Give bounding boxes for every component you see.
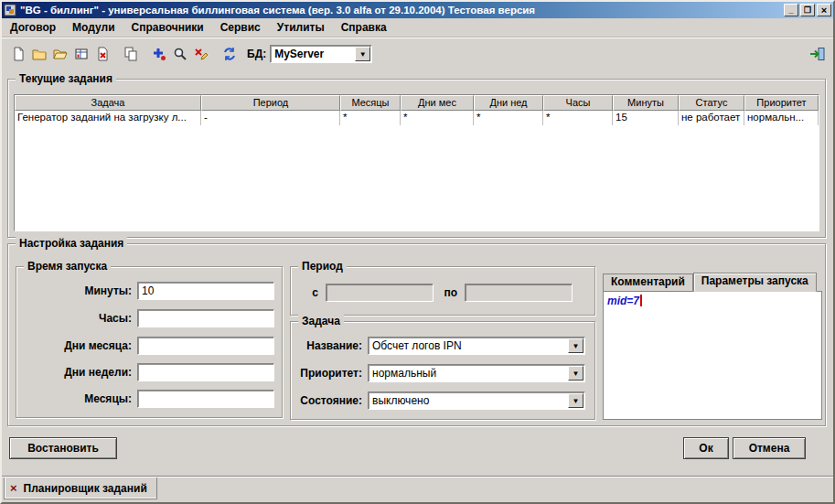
- launch-params-text: mid=7: [607, 295, 639, 307]
- column-header-period[interactable]: Период: [201, 95, 340, 111]
- hours-label: Часы:: [20, 309, 132, 327]
- period-from-label: с: [302, 284, 318, 302]
- maximize-button[interactable]: ❐: [800, 4, 815, 16]
- task-priority-value: нормальный: [369, 367, 568, 380]
- cell-priority: нормальн...: [744, 111, 819, 125]
- ok-button[interactable]: Ок: [683, 437, 729, 459]
- hours-field[interactable]: [137, 309, 274, 327]
- minutes-label: Минуты:: [20, 282, 132, 300]
- tab-comment[interactable]: Комментарий: [603, 273, 693, 291]
- column-header-hours[interactable]: Часы: [543, 95, 613, 111]
- cell-hours: *: [543, 111, 613, 125]
- window-title: "BG - биллинг" - универсальная биллингов…: [20, 5, 782, 16]
- task-state-label: Состояние:: [293, 391, 362, 410]
- db-label: БД:: [247, 48, 266, 60]
- tab-scheduler[interactable]: × Планировщик заданий: [4, 477, 157, 499]
- period-to-field[interactable]: [465, 284, 573, 302]
- text-caret: [640, 295, 642, 306]
- add-icon[interactable]: [148, 44, 169, 64]
- week-days-label: Дни недели:: [20, 363, 132, 381]
- application-window: "BG - биллинг" - универсальная биллингов…: [0, 0, 835, 504]
- db-combobox-value: MyServer: [271, 48, 355, 60]
- column-header-priority[interactable]: Приоритет: [744, 95, 819, 111]
- open-folder-icon[interactable]: [49, 44, 70, 64]
- menu-servis[interactable]: Сервис: [212, 19, 269, 36]
- months-field[interactable]: [137, 390, 274, 408]
- period-title: Период: [298, 260, 347, 273]
- column-header-status[interactable]: Статус: [679, 95, 744, 111]
- delete-document-icon[interactable]: [91, 44, 112, 64]
- delete-edit-icon[interactable]: [190, 44, 211, 64]
- chevron-down-icon[interactable]: ▼: [568, 338, 583, 353]
- task-state-value: выключено: [369, 394, 568, 407]
- launch-time-group: Время запуска Минуты: Часы: Дни месяца: …: [16, 266, 283, 418]
- menu-spravochniki[interactable]: Справочники: [123, 19, 212, 36]
- cell-weekdays: *: [474, 111, 543, 125]
- menu-moduli[interactable]: Модули: [64, 19, 123, 36]
- column-header-weekdays[interactable]: Дни нед: [474, 95, 543, 111]
- task-title: Задача: [298, 315, 344, 327]
- column-header-monthdays[interactable]: Дни мес: [401, 95, 474, 111]
- cell-status: не работает: [679, 111, 744, 125]
- report-table-icon[interactable]: [70, 44, 91, 64]
- close-button[interactable]: ×: [817, 4, 831, 16]
- cell-months: *: [340, 111, 401, 125]
- open-icon[interactable]: [28, 44, 49, 64]
- week-days-field[interactable]: [137, 363, 274, 381]
- table-row[interactable]: Генератор заданий на загрузку л... - * *…: [15, 111, 819, 125]
- close-tab-icon[interactable]: ×: [10, 482, 17, 494]
- restore-button[interactable]: Востановить: [9, 437, 117, 459]
- minimize-button[interactable]: _: [784, 4, 798, 16]
- task-setup-group: Настройка задания Время запуска Минуты: …: [7, 243, 826, 426]
- cell-task: Генератор заданий на загрузку л...: [15, 111, 201, 125]
- period-from-field[interactable]: [326, 284, 434, 302]
- copy-icon[interactable]: [120, 44, 141, 64]
- task-name-label: Название:: [293, 337, 362, 355]
- menu-utility[interactable]: Утилиты: [269, 19, 333, 36]
- launch-time-title: Время запуска: [24, 260, 111, 273]
- tasks-table: Задача Период Месяцы Дни мес Дни нед Час…: [14, 94, 819, 231]
- column-header-months[interactable]: Месяцы: [340, 95, 401, 111]
- app-icon: [4, 4, 16, 16]
- launch-params-textarea[interactable]: mid=7: [603, 291, 822, 420]
- title-bar: "BG - биллинг" - универсальная биллингов…: [2, 2, 833, 18]
- current-tasks-group: Текущие задания Задача Период Месяцы Дни…: [7, 79, 826, 238]
- task-priority-combobox[interactable]: нормальный ▼: [368, 364, 585, 382]
- period-to-label: по: [437, 284, 457, 302]
- cancel-button[interactable]: Отмена: [733, 437, 806, 459]
- tasks-table-header: Задача Период Месяцы Дни мес Дни нед Час…: [15, 95, 819, 111]
- column-header-minutes[interactable]: Минуты: [613, 95, 679, 111]
- task-state-combobox[interactable]: выключено ▼: [368, 391, 585, 410]
- column-header-task[interactable]: Задача: [15, 95, 201, 111]
- chevron-down-icon[interactable]: ▼: [355, 47, 370, 61]
- period-group: Период с по: [290, 266, 595, 316]
- chevron-down-icon[interactable]: ▼: [568, 393, 583, 408]
- menu-dogovor[interactable]: Договор: [2, 19, 64, 36]
- cell-monthdays: *: [401, 111, 474, 125]
- minutes-field[interactable]: [137, 282, 274, 300]
- find-icon[interactable]: [169, 44, 190, 64]
- month-days-field[interactable]: [137, 337, 274, 355]
- chevron-down-icon[interactable]: ▼: [568, 366, 583, 381]
- tab-launch-params[interactable]: Параметры запуска: [693, 273, 817, 292]
- task-setup-title: Настройка задания: [16, 237, 127, 250]
- cell-period: -: [201, 111, 340, 125]
- task-group: Задача Название: Обсчет логов IPN ▼ Прио…: [290, 321, 595, 420]
- refresh-icon[interactable]: [219, 44, 240, 64]
- comment-params-tabs: Комментарий Параметры запуска: [603, 272, 817, 291]
- task-name-combobox[interactable]: Обсчет логов IPN ▼: [368, 337, 585, 355]
- db-combobox[interactable]: MyServer ▼: [270, 45, 372, 63]
- exit-icon[interactable]: [807, 44, 828, 64]
- current-tasks-title: Текущие задания: [16, 72, 116, 85]
- cell-minutes: 15: [613, 111, 679, 125]
- new-document-icon[interactable]: [7, 44, 28, 64]
- months-label: Месяцы:: [20, 390, 132, 408]
- tab-scheduler-label: Планировщик заданий: [24, 482, 147, 495]
- task-name-value: Обсчет логов IPN: [369, 339, 568, 352]
- toolbar: БД: MyServer ▼: [2, 38, 833, 70]
- menu-bar: Договор Модули Справочники Сервис Утилит…: [2, 18, 833, 38]
- task-priority-label: Приоритет:: [293, 364, 362, 382]
- menu-spravka[interactable]: Справка: [333, 19, 395, 36]
- month-days-label: Дни месяца:: [20, 337, 132, 355]
